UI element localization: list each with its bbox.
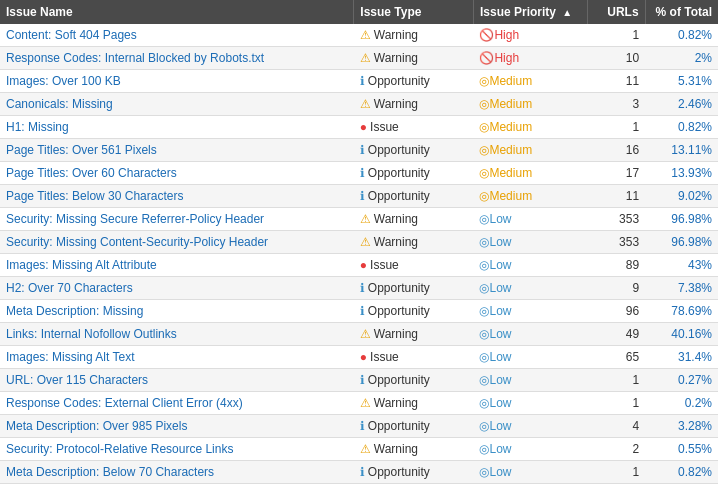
issue-name-link[interactable]: Meta Description: Missing	[6, 304, 143, 318]
issue-name-link[interactable]: Response Codes: External Client Error (4…	[6, 396, 243, 410]
priority-low-icon: ◎	[479, 465, 489, 479]
cell-issue-type: ⚠Warning	[354, 208, 474, 231]
cell-urls: 353	[588, 231, 645, 254]
issue-type-label: Opportunity	[368, 465, 430, 479]
cell-urls: 2	[588, 438, 645, 461]
cell-issue-name: Images: Missing Alt Text	[0, 346, 354, 369]
cell-issue-priority: ◎Low	[473, 300, 587, 323]
cell-urls: 353	[588, 208, 645, 231]
opportunity-icon: ℹ	[360, 419, 365, 433]
priority-label: Medium	[489, 97, 532, 111]
priority-label: Low	[489, 212, 511, 226]
cell-issue-name: Content: Soft 404 Pages	[0, 24, 354, 47]
issue-name-link[interactable]: Canonicals: Missing	[6, 97, 113, 111]
issue-icon: ●	[360, 120, 367, 134]
header-issue-type[interactable]: Issue Type	[354, 0, 474, 24]
cell-pct-total: 43%	[645, 254, 718, 277]
issue-type-label: Issue	[370, 350, 399, 364]
priority-medium-icon: ◎	[479, 189, 489, 203]
issue-name-link[interactable]: Meta Description: Over 985 Pixels	[6, 419, 187, 433]
priority-label: Low	[489, 258, 511, 272]
cell-pct-total: 0.55%	[645, 438, 718, 461]
cell-issue-priority: ◎Medium	[473, 116, 587, 139]
opportunity-icon: ℹ	[360, 373, 365, 387]
issue-name-link[interactable]: Response Codes: Internal Blocked by Robo…	[6, 51, 264, 65]
issue-name-link[interactable]: H1: Missing	[6, 120, 69, 134]
cell-issue-name: Security: Protocol-Relative Resource Lin…	[0, 438, 354, 461]
issue-name-link[interactable]: Meta Description: Below 70 Characters	[6, 465, 214, 479]
cell-urls: 1	[588, 369, 645, 392]
issue-name-link[interactable]: Page Titles: Over 561 Pixels	[6, 143, 157, 157]
issue-name-link[interactable]: Links: Internal Nofollow Outlinks	[6, 327, 177, 341]
cell-urls: 11	[588, 70, 645, 93]
cell-urls: 96	[588, 300, 645, 323]
warning-icon: ⚠	[360, 327, 371, 341]
issue-type-label: Warning	[374, 51, 418, 65]
priority-low-icon: ◎	[479, 419, 489, 433]
issue-name-link[interactable]: Security: Missing Content-Security-Polic…	[6, 235, 268, 249]
header-urls[interactable]: URLs	[588, 0, 645, 24]
opportunity-icon: ℹ	[360, 143, 365, 157]
table-row: Page Titles: Below 30 Characters ℹOpport…	[0, 185, 718, 208]
cell-issue-priority: ◎Medium	[473, 162, 587, 185]
issue-type-label: Opportunity	[368, 373, 430, 387]
cell-urls: 65	[588, 346, 645, 369]
cell-pct-total: 13.93%	[645, 162, 718, 185]
cell-issue-name: Security: Missing Secure Referrer-Policy…	[0, 208, 354, 231]
cell-issue-name: Meta Description: Over 985 Pixels	[0, 415, 354, 438]
cell-pct-total: 13.11%	[645, 139, 718, 162]
warning-icon: ⚠	[360, 97, 371, 111]
cell-pct-total: 0.82%	[645, 24, 718, 47]
cell-issue-priority: ◎Low	[473, 461, 587, 484]
cell-urls: 11	[588, 185, 645, 208]
cell-urls: 49	[588, 323, 645, 346]
issue-name-link[interactable]: Images: Over 100 KB	[6, 74, 121, 88]
cell-issue-priority: ◎Low	[473, 438, 587, 461]
cell-issue-type: ℹOpportunity	[354, 461, 474, 484]
opportunity-icon: ℹ	[360, 465, 365, 479]
header-pct-total[interactable]: % of Total	[645, 0, 718, 24]
issue-name-link[interactable]: Security: Protocol-Relative Resource Lin…	[6, 442, 233, 456]
cell-issue-priority: ◎Medium	[473, 93, 587, 116]
priority-label: Medium	[489, 120, 532, 134]
cell-pct-total: 0.82%	[645, 116, 718, 139]
issue-name-link[interactable]: Images: Missing Alt Text	[6, 350, 135, 364]
priority-low-icon: ◎	[479, 327, 489, 341]
table-row: Content: Soft 404 Pages ⚠Warning 🚫High 1…	[0, 24, 718, 47]
priority-low-icon: ◎	[479, 281, 489, 295]
cell-urls: 1	[588, 24, 645, 47]
cell-urls: 1	[588, 461, 645, 484]
issue-type-label: Opportunity	[368, 166, 430, 180]
issue-type-label: Warning	[374, 396, 418, 410]
table-row: Security: Missing Content-Security-Polic…	[0, 231, 718, 254]
issue-type-label: Opportunity	[368, 189, 430, 203]
priority-label: Low	[489, 373, 511, 387]
cell-issue-type: ℹOpportunity	[354, 139, 474, 162]
cell-issue-name: Meta Description: Missing	[0, 300, 354, 323]
cell-issue-priority: ◎Medium	[473, 70, 587, 93]
issue-name-link[interactable]: Page Titles: Over 60 Characters	[6, 166, 177, 180]
header-issue-priority[interactable]: Issue Priority ▲	[473, 0, 587, 24]
issue-name-link[interactable]: Images: Missing Alt Attribute	[6, 258, 157, 272]
header-issue-name[interactable]: Issue Name	[0, 0, 354, 24]
cell-issue-priority: ◎Low	[473, 231, 587, 254]
priority-low-icon: ◎	[479, 212, 489, 226]
table-row: Response Codes: Internal Blocked by Robo…	[0, 47, 718, 70]
warning-icon: ⚠	[360, 28, 371, 42]
table-row: Meta Description: Over 985 Pixels ℹOppor…	[0, 415, 718, 438]
issue-name-link[interactable]: Security: Missing Secure Referrer-Policy…	[6, 212, 264, 226]
opportunity-icon: ℹ	[360, 281, 365, 295]
issue-type-label: Warning	[374, 97, 418, 111]
cell-issue-name: Canonicals: Missing	[0, 93, 354, 116]
cell-urls: 17	[588, 162, 645, 185]
issue-name-link[interactable]: URL: Over 115 Characters	[6, 373, 148, 387]
issue-type-label: Warning	[374, 235, 418, 249]
cell-pct-total: 3.28%	[645, 415, 718, 438]
issue-icon: ●	[360, 350, 367, 364]
cell-issue-name: Images: Over 100 KB	[0, 70, 354, 93]
issue-name-link[interactable]: Content: Soft 404 Pages	[6, 28, 137, 42]
issue-name-link[interactable]: H2: Over 70 Characters	[6, 281, 133, 295]
issue-name-link[interactable]: Page Titles: Below 30 Characters	[6, 189, 183, 203]
cell-issue-type: ℹOpportunity	[354, 162, 474, 185]
cell-issue-name: H2: Over 70 Characters	[0, 277, 354, 300]
